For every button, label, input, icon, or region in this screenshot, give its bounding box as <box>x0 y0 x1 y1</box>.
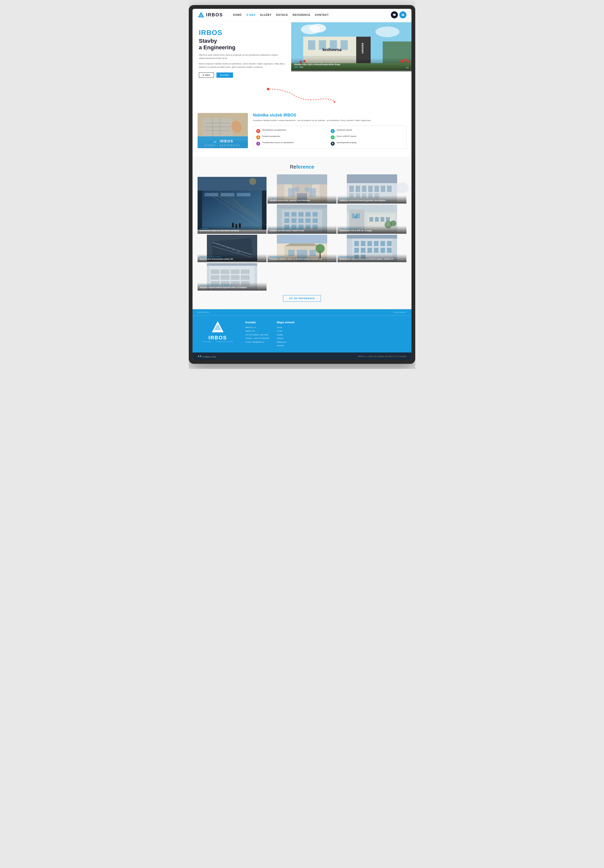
footer-logo: IRBOS stavby • engineering <box>197 321 238 343</box>
svg-rect-142 <box>368 241 372 246</box>
svg-rect-161 <box>221 270 230 274</box>
services-logo-icon <box>212 138 218 144</box>
footer-bottom: Creative crew IRBOS s.r.o., Záticní 7B, … <box>193 352 411 360</box>
service-item-5: ℹ Poradenská činnost ve stavebnictví <box>256 141 329 146</box>
svg-rect-5 <box>402 14 404 14</box>
service-label-1: Architektura a projektování <box>262 129 286 131</box>
svg-rect-150 <box>380 248 385 253</box>
logo-icon: I <box>197 11 205 19</box>
footer-logo-text: IRBOS <box>208 335 227 341</box>
svg-rect-75 <box>362 186 366 192</box>
ref-item-3[interactable]: PROJECE Snížení en. náročnosti budovy gy… <box>337 174 407 203</box>
svg-rect-144 <box>380 241 385 246</box>
ref-tag-8: RODINNÉ DOMY <box>340 256 404 257</box>
footer-contact-details: IRBOS s.r.o. Záticní 7B, 372 Ai Kostelec… <box>245 326 269 344</box>
footer-bottom-logo: Creative crew <box>197 355 216 358</box>
about-button[interactable]: O NÁS <box>199 73 214 78</box>
svg-text:knihovna: knihovna <box>322 47 342 52</box>
nav-onas[interactable]: O NÁS <box>246 14 256 16</box>
ref-overlay-4: BYTOVÁ VÝSTAVBA A PŘESTAVBY Zateplení by… <box>267 226 337 234</box>
ref-btn-wrap: JÍT DO REFERENCE <box>197 295 407 302</box>
svg-marker-174 <box>200 355 201 357</box>
svg-rect-136 <box>277 235 327 243</box>
nav-dot-2[interactable] <box>299 67 303 68</box>
svg-rect-168 <box>241 275 250 280</box>
hero-desc1: IRBOS je naše rodinná firma, která se po… <box>199 54 285 60</box>
footer-main: IRBOS stavby • engineering Kontakt IRBOS… <box>193 316 411 352</box>
nav-dot-1[interactable] <box>294 67 298 68</box>
svg-point-65 <box>304 187 309 192</box>
svg-rect-69 <box>277 174 327 184</box>
camera-icon <box>401 13 404 16</box>
services-button[interactable]: SLUŽBY <box>216 73 233 78</box>
service-icon-3: ◆ <box>256 135 260 140</box>
nav-domu[interactable]: DOMŮ <box>233 14 242 16</box>
dashed-connector <box>193 85 411 105</box>
reference-grid: PROJEKT Rekonstrukce KÚJa 7D, Nové Město… <box>197 174 407 291</box>
svg-rect-143 <box>374 241 379 246</box>
ref-item-4[interactable]: BYTOVÁ VÝSTAVBA A PŘESTAVBY Zateplení by… <box>267 205 337 234</box>
service-label-3: Dotační poradenství <box>262 135 280 137</box>
hero-title: Stavby a Engineering <box>199 38 285 51</box>
svg-rect-154 <box>347 235 397 239</box>
footer-nav-label: NAHORU <box>197 311 210 313</box>
nav-dotace[interactable]: DOTACE <box>276 14 288 16</box>
chat-icon-btn[interactable] <box>391 11 398 19</box>
ref-name-5: Modernizace VOS & SPŠ, HK - II. etapa <box>340 229 404 232</box>
ref-overlay-2: FERENCE Stavební úpravy domu, náměstí LÁ… <box>267 195 337 203</box>
svg-rect-94 <box>284 219 289 223</box>
svg-rect-13 <box>308 40 315 50</box>
footer-logo-area: IRBOS stavby • engineering <box>197 321 238 347</box>
hero-image-nav: 1/2 <box>294 67 409 68</box>
footer-sitemap-col: Mapa stránek Domů O nás Služby Dotace Re… <box>277 321 295 347</box>
nav-sluzby[interactable]: SLUŽBY <box>260 14 272 16</box>
nav-reference[interactable]: REFERENCE <box>293 14 311 16</box>
ref-item-7[interactable]: RODINNÉ DOMY Přestavba rodinného domu na… <box>267 235 337 262</box>
svg-rect-90 <box>292 212 297 217</box>
svg-rect-165 <box>231 275 239 280</box>
service-icon-5: ℹ <box>256 142 260 146</box>
service-label-2: Realizace staveb <box>337 129 352 131</box>
svg-rect-148 <box>368 248 372 253</box>
svg-rect-79 <box>387 186 391 192</box>
hero-buttons: O NÁS SLUŽBY <box>199 73 285 78</box>
ref-item-5[interactable]: PRŮMYSLOVÉ STAVBY Modernizace VOS & SPŠ,… <box>337 205 407 234</box>
svg-rect-76 <box>368 186 373 192</box>
ref-overlay-5: PRŮMYSLOVÉ STAVBY Modernizace VOS & SPŠ,… <box>337 226 407 234</box>
ref-item-2[interactable]: FERENCE Stavební úpravy domu, náměstí LÁ… <box>267 174 337 203</box>
ref-name-6: Rekonstrukce horkovodního vedení, HK <box>200 258 264 260</box>
footer-logo-sub: stavby • engineering <box>202 341 233 343</box>
svg-rect-55 <box>197 177 267 191</box>
ref-overlay-8: RODINNÉ DOMY Rekonstrukce cihlového domu… <box>337 254 407 262</box>
reference-title: Reference <box>197 164 407 170</box>
ref-tag-2: FERENCE <box>270 197 334 199</box>
go-to-reference-button[interactable]: JÍT DO REFERENCE <box>283 295 321 302</box>
nav-kontakt[interactable]: KONTAKT <box>315 14 329 16</box>
footer-contact-area: Kontakt IRBOS s.r.o. Záticní 7B, 372 Ai … <box>245 321 407 347</box>
hero-left: IRBOS Stavby a Engineering IRBOS je naše… <box>193 21 291 85</box>
service-icon-6: ■ <box>331 142 335 146</box>
svg-rect-93 <box>312 212 318 217</box>
svg-point-26 <box>267 88 269 90</box>
svg-text:I: I <box>201 15 201 17</box>
camera-icon-btn[interactable] <box>399 11 407 19</box>
ref-item-8[interactable]: RODINNÉ DOMY Rekonstrukce cihlového domu… <box>337 235 407 262</box>
svg-point-56 <box>249 178 256 185</box>
ref-overlay-large: PROJEKT Rekonstrukce KÚJa 7D, Nové Město… <box>197 226 267 234</box>
service-item-1: ■ Architektura a projektování <box>256 129 329 133</box>
ref-tag-large: PROJEKT <box>200 228 264 229</box>
services-content: Nabídka služeb IRBOS Komplexní nabídka s… <box>253 113 407 149</box>
ref-item-large[interactable]: PROJEKT Rekonstrukce KÚJa 7D, Nové Město… <box>197 174 267 234</box>
ref-item-9[interactable]: BYTOVÁ VÝSTAVBA A ZATEPOVÁNÍ Zateplení a… <box>197 263 267 291</box>
service-item-4: ● Dozor a BOZP staveb <box>331 135 403 140</box>
svg-rect-112 <box>375 217 379 222</box>
ref-tag-9: BYTOVÁ VÝSTAVBA A ZATEPOVÁNÍ <box>200 285 264 286</box>
ref-name-7: Přestavba rodinného domu na chráněné byd… <box>270 258 334 260</box>
service-item-6: ■ Developerské projekty <box>331 141 403 146</box>
footer: NAHORU KONTAKT IRBOS stavby • engineerin… <box>193 309 411 360</box>
ref-item-6[interactable]: PRŮMYSLOVÉ STAVBY Rekonstrukce horkovodn… <box>197 235 267 262</box>
svg-rect-16 <box>340 40 348 50</box>
svg-rect-74 <box>356 186 360 192</box>
footer-contact-title: Kontakt <box>245 321 269 324</box>
svg-rect-54 <box>236 193 250 197</box>
